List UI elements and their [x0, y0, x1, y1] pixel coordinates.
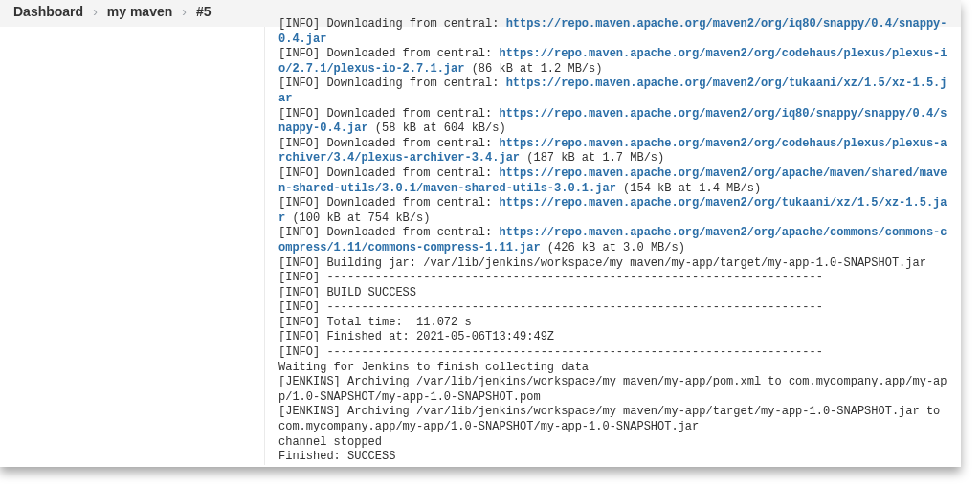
console-line: [INFO] ---------------------------------…: [278, 300, 947, 316]
console-text: [INFO] Downloaded from central:: [278, 137, 499, 150]
console-text: [INFO] Downloaded from central:: [278, 47, 499, 60]
console-line: [INFO] Downloaded from central: https://…: [278, 107, 947, 137]
side-panel: [0, 27, 265, 465]
console-line: [JENKINS] Archiving /var/lib/jenkins/wor…: [278, 375, 947, 405]
breadcrumb-item-build[interactable]: #5: [196, 4, 212, 19]
console-text: (154 kB at 1.4 MB/s): [616, 182, 761, 195]
console-line: [INFO] Total time: 11.072 s: [278, 316, 947, 331]
window: Dashboard › my maven › #5 [INFO] Downloa…: [0, 0, 961, 467]
breadcrumb-item-dashboard[interactable]: Dashboard: [13, 4, 83, 19]
console-line: [INFO] Downloading from central: https:/…: [278, 77, 947, 106]
main-content: [INFO] Downloading from central: https:/…: [0, 27, 961, 465]
console-line: channel stopped: [278, 435, 947, 451]
console-text: [INFO] Downloaded from central:: [278, 226, 499, 239]
console-line: [INFO] Downloading from central: https:/…: [278, 17, 947, 47]
console-text: [INFO] BUILD SUCCESS: [278, 286, 416, 299]
console-text: (187 kB at 1.7 MB/s): [520, 151, 664, 165]
console-text: [INFO] ---------------------------------…: [278, 300, 823, 314]
console-line: Finished: SUCCESS: [278, 450, 947, 465]
console-line: [INFO] Downloaded from central: https://…: [278, 47, 947, 77]
console-line: [INFO] Building jar: /var/lib/jenkins/wo…: [278, 256, 947, 272]
console-text: Finished: SUCCESS: [278, 450, 395, 463]
console-line: [INFO] ---------------------------------…: [278, 271, 947, 286]
console-line: [JENKINS] Archiving /var/lib/jenkins/wor…: [278, 405, 947, 434]
console-line: [INFO] BUILD SUCCESS: [278, 286, 947, 301]
breadcrumb-item-job[interactable]: my maven: [107, 4, 172, 19]
console-text: (426 kB at 3.0 MB/s): [541, 241, 685, 254]
console-text: [INFO] Building jar: /var/lib/jenkins/wo…: [278, 256, 926, 270]
console-text: [JENKINS] Archiving /var/lib/jenkins/wor…: [278, 405, 947, 433]
console-text: [INFO] Total time: 11.072 s: [278, 316, 472, 329]
console-line: [INFO] Downloaded from central: https://…: [278, 137, 947, 166]
console-text: [INFO] Downloading from central:: [278, 17, 506, 31]
console-output: [INFO] Downloading from central: https:/…: [265, 17, 961, 465]
console-line: [INFO] Finished at: 2021-05-06T13:49:49Z: [278, 330, 947, 345]
console-text: [INFO] ---------------------------------…: [278, 345, 823, 359]
console-text: [INFO] Downloaded from central:: [278, 107, 499, 121]
console-text: [INFO] Finished at: 2021-05-06T13:49:49Z: [278, 330, 554, 343]
console-text: [INFO] Downloading from central:: [278, 77, 506, 90]
console-text: channel stopped: [278, 435, 382, 449]
console-text: (100 kB at 754 kB/s): [285, 211, 430, 225]
console-line: [INFO] ---------------------------------…: [278, 345, 947, 361]
chevron-right-icon: ›: [93, 4, 98, 19]
chevron-right-icon: ›: [182, 4, 187, 19]
console-text: [INFO] ---------------------------------…: [278, 271, 823, 284]
console-text: (58 kB at 604 kB/s): [368, 122, 506, 135]
console-line: [INFO] Downloaded from central: https://…: [278, 226, 947, 255]
console-line: [INFO] Downloaded from central: https://…: [278, 196, 947, 226]
console-text: [JENKINS] Archiving /var/lib/jenkins/wor…: [278, 375, 947, 404]
console-text: Waiting for Jenkins to finish collecting…: [278, 361, 589, 374]
console-text: [INFO] Downloaded from central:: [278, 166, 499, 180]
console-line: Waiting for Jenkins to finish collecting…: [278, 361, 947, 376]
console-line: [INFO] Downloaded from central: https://…: [278, 166, 947, 196]
console-text: [INFO] Downloaded from central:: [278, 196, 499, 210]
console-text: (86 kB at 1.2 MB/s): [464, 62, 602, 76]
